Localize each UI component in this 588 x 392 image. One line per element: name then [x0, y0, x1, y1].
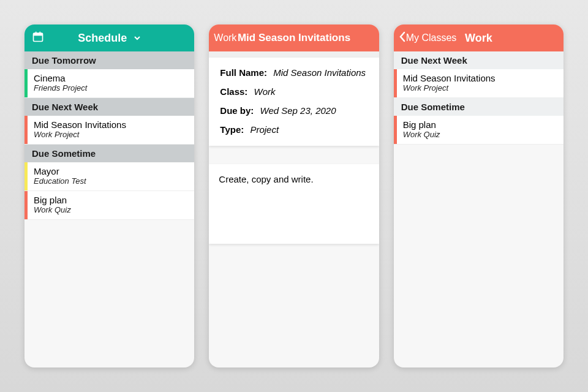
detail-card: Full Name: Mid Season Invitations Class:… [209, 58, 379, 146]
schedule-screen: Schedule Due Tomorrow Cinema Friends Pro… [24, 24, 194, 368]
item-subtitle: Work Quiz [403, 130, 440, 139]
chevron-left-icon [399, 31, 406, 45]
spacer [209, 51, 379, 58]
svg-rect-3 [40, 32, 41, 34]
schedule-dropdown[interactable]: Schedule [78, 32, 141, 45]
chevron-down-icon [134, 32, 141, 45]
item-title: Big plan [403, 119, 440, 130]
detail-row-fullname: Full Name: Mid Season Invitations [220, 67, 368, 78]
back-button[interactable]: Work [214, 32, 236, 43]
value-type: Project [250, 124, 279, 135]
item-subtitle: Work Project [403, 83, 496, 92]
section-header: Due Sometime [394, 98, 564, 116]
section-header: Due Next Week [24, 98, 194, 116]
header-bar: Schedule [24, 24, 194, 51]
detail-row-dueby: Due by: Wed Sep 23, 2020 [220, 105, 368, 116]
back-label: My Classes [406, 32, 457, 43]
svg-rect-2 [36, 32, 37, 34]
page-title: Work [465, 32, 492, 45]
item-subtitle: Friends Project [34, 83, 87, 92]
list-item[interactable]: Big plan Work Quiz [394, 116, 564, 145]
section-header: Due Sometime [24, 145, 194, 162]
calendar-icon[interactable] [32, 31, 44, 45]
item-content: Big plan Work Quiz [28, 191, 77, 219]
item-content: Cinema Friends Project [28, 69, 93, 97]
item-title: Mid Season Invitations [34, 119, 126, 130]
item-title: Big plan [34, 195, 71, 205]
value-class: Work [254, 86, 276, 97]
value-fullname: Mid Season Invitations [273, 67, 366, 78]
header-bar: Work Mid Season Invitations [209, 24, 379, 51]
list-item[interactable]: Cinema Friends Project [24, 69, 194, 98]
note-text: Create, copy and write. [219, 174, 313, 184]
item-content: Mid Season Invitations Work Project [28, 116, 132, 144]
back-button[interactable]: My Classes [399, 31, 457, 45]
label-fullname: Full Name: [220, 67, 267, 78]
detail-screen: Work Mid Season Invitations Full Name: M… [209, 24, 379, 368]
list-item[interactable]: Mid Season Invitations Work Project [24, 116, 194, 145]
item-title: Mayor [34, 166, 86, 176]
section-header: Due Tomorrow [24, 51, 194, 69]
section-header: Due Next Week [394, 51, 564, 69]
back-label: Work [214, 32, 236, 43]
item-content: Mayor Education Test [28, 162, 92, 190]
item-subtitle: Work Quiz [34, 205, 71, 214]
svg-rect-1 [34, 33, 43, 36]
header-bar: My Classes Work [394, 24, 564, 51]
item-subtitle: Work Project [34, 130, 126, 139]
item-title: Cinema [34, 73, 87, 83]
list-item[interactable]: Mid Season Invitations Work Project [394, 69, 564, 98]
item-title: Mid Season Invitations [403, 73, 496, 83]
value-dueby: Wed Sep 23, 2020 [260, 105, 336, 116]
list-item[interactable]: Mayor Education Test [24, 162, 194, 191]
item-content: Mid Season Invitations Work Project [397, 69, 502, 97]
item-subtitle: Education Test [34, 176, 86, 186]
item-content: Big plan Work Quiz [397, 116, 447, 144]
label-type: Type: [220, 124, 244, 135]
label-class: Class: [220, 86, 247, 97]
schedule-title-text: Schedule [78, 32, 127, 44]
note-card[interactable]: Create, copy and write. [209, 164, 379, 244]
class-screen: My Classes Work Due Next Week Mid Season… [394, 24, 564, 368]
list-item[interactable]: Big plan Work Quiz [24, 191, 194, 220]
detail-row-class: Class: Work [220, 86, 368, 97]
label-dueby: Due by: [220, 105, 254, 116]
detail-row-type: Type: Project [220, 124, 368, 135]
